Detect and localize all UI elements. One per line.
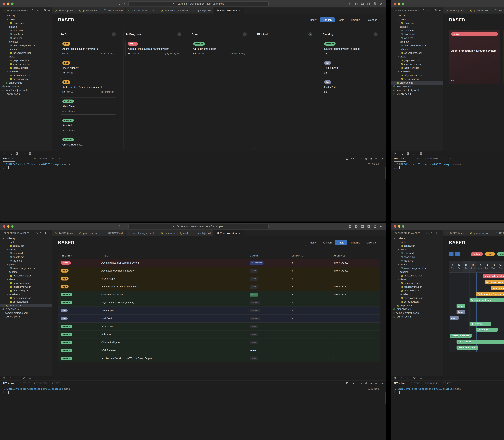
- table-row[interactable]: highImage supportTodo3h-: [58, 275, 380, 283]
- add-estimate-link[interactable]: Add estimate: [62, 129, 114, 132]
- tree-item-schema[interactable]: schema: [391, 47, 443, 51]
- tree-item-.meta[interactable]: .meta: [0, 17, 52, 21]
- tree-item-notes.md[interactable]: Mnotes.md: [0, 29, 52, 32]
- table-row[interactable]: mediumBob SmithTodo--: [58, 330, 380, 338]
- tree-item-people.md[interactable]: Mpeople.md: [391, 32, 443, 36]
- task-card[interactable]: lowUndo/Redo3h: [322, 78, 378, 95]
- terminal[interactable]: ~/TURTLE/Projects/Extensions/BASED/examp…: [0, 162, 386, 221]
- tab-pr-review.json[interactable]: { }pr-review.json: [467, 230, 492, 236]
- table-row[interactable]: mediumCharlie RodriguezTodo--: [58, 338, 380, 346]
- branch-icon[interactable]: [22, 152, 25, 155]
- tree-item-prompts[interactable]: prompts: [391, 262, 443, 266]
- panel-tab-ports[interactable]: PORTS: [443, 381, 451, 386]
- task-card[interactable]: criticalAgent orchestration & routing sy…: [449, 30, 500, 84]
- task-card[interactable]: highAgent tool execution framework6h: [503, 30, 504, 85]
- panel-bottom-icon[interactable]: [361, 2, 364, 5]
- tree-item-graph.view.json[interactable]: { }graph.view.json: [0, 58, 52, 62]
- edit-icon[interactable]: [407, 377, 409, 380]
- task-card[interactable]: criticalAgent orchestration & routing sy…: [125, 40, 182, 57]
- gantt-bar[interactable]: Un...: [450, 316, 459, 320]
- tree-item-task.schema.json[interactable]: { }task.schema.json: [391, 51, 443, 55]
- tree-item-workflows[interactable]: workflows: [0, 292, 52, 296]
- tree-item-tasks.md[interactable]: Mtasks.md: [391, 259, 443, 262]
- legend-chip-high[interactable]: high: [485, 252, 495, 256]
- task-card[interactable]: mediumBob SmithAdd estimate: [60, 117, 116, 134]
- task-card[interactable]: mediumLayer ordering system (z-index)3h: [322, 40, 378, 57]
- chev-down-icon[interactable]: [361, 382, 363, 385]
- tree-item-graph.jsonld[interactable]: { }graph.jsonld: [391, 81, 443, 85]
- tab-sample-project.jsonld[interactable]: { }sample-project.jsonld: [158, 7, 191, 14]
- panel-tab-problems[interactable]: PROBLEMS: [425, 381, 439, 386]
- gantt-bar[interactable]: Tex...: [457, 310, 465, 314]
- panel-tab-problems[interactable]: PROBLEMS: [34, 381, 48, 386]
- task-card[interactable]: mediumAlice ChenAdd estimate: [60, 97, 116, 114]
- task-card[interactable]: mediumCharlie RodriguezAdd estimate: [60, 136, 116, 149]
- tree-item-kanban.view.json[interactable]: { }kanban.view.json: [391, 62, 443, 66]
- tree-item-workflows[interactable]: workflows: [0, 70, 52, 73]
- tree-item-config.json[interactable]: { }config.json: [0, 244, 52, 248]
- view-button-priority[interactable]: Priority: [306, 240, 320, 245]
- dots-icon[interactable]: [374, 382, 377, 385]
- tab-pr-review.json[interactable]: { }pr-review.json: [76, 7, 101, 14]
- tree-item-TASKS.jsonld[interactable]: { }TASKS.jsonld: [0, 92, 52, 96]
- branch-icon[interactable]: [413, 152, 416, 155]
- zoom-button[interactable]: [11, 225, 14, 228]
- tree-item-graph.view.json[interactable]: { }graph.view.json: [391, 58, 443, 62]
- plus-icon[interactable]: [356, 382, 358, 385]
- search-icon[interactable]: [9, 152, 12, 155]
- close-button[interactable]: [394, 2, 396, 5]
- table-row[interactable]: mediumCore schema designDone5h[object Ob…: [58, 290, 380, 299]
- new-file-icon[interactable]: [31, 9, 34, 12]
- tree-item-entities[interactable]: entities: [0, 248, 52, 251]
- gantt-bar[interactable]: Architecture Dec...: [457, 345, 478, 350]
- tree-item-.code-hq[interactable]: .code-hq: [0, 14, 52, 17]
- layout-icon[interactable]: [348, 225, 352, 228]
- panel-tab-terminal[interactable]: TERMINAL: [394, 156, 406, 162]
- tree-item-schema[interactable]: schema: [391, 270, 443, 274]
- tree-item-daily-standup.json[interactable]: { }daily-standup.json: [0, 296, 52, 300]
- legend-chip-critical[interactable]: critical: [471, 252, 483, 256]
- tree-item-.code-hq[interactable]: .code-hq: [0, 236, 52, 240]
- panel-tab-ports[interactable]: PORTS: [52, 381, 60, 386]
- gantt-bar[interactable]: Bob Smith: [476, 328, 498, 332]
- tree-item-graph.view.json[interactable]: { }graph.view.json: [0, 281, 52, 285]
- tree-item-daily-standup.json[interactable]: { }daily-standup.json: [391, 296, 443, 300]
- gantt-bar[interactable]: Authentication & user management: [476, 292, 504, 296]
- tree-item-sample-project.jsonld[interactable]: { }sample-project.jsonld: [0, 88, 52, 92]
- account-icon[interactable]: [373, 2, 377, 5]
- view-button-timeline[interactable]: Timeline: [348, 17, 363, 22]
- search-icon[interactable]: [400, 377, 403, 380]
- tree-item-entities[interactable]: entities: [391, 25, 443, 29]
- tree-item-.code-hq[interactable]: .code-hq: [391, 14, 443, 17]
- collapse-icon[interactable]: [434, 9, 437, 12]
- panel-tab-output[interactable]: OUTPUT: [20, 156, 30, 162]
- branch-icon[interactable]: [413, 377, 416, 380]
- tree-item-tasks.md[interactable]: Mtasks.md: [0, 36, 52, 40]
- zoom-out-button[interactable]: −: [455, 252, 460, 256]
- tree-item-task-management.md[interactable]: Mtask-management.md: [0, 266, 52, 270]
- terminal[interactable]: ~/TURTLE/Projects/Extensions/BASED/examp…: [0, 386, 386, 440]
- tab-TASKS.jsonld[interactable]: { }TASKS.jsonld: [443, 7, 467, 14]
- grid-icon[interactable]: [420, 152, 422, 155]
- tab-graph.jsonld[interactable]: { }graph.jsonld: [191, 230, 214, 236]
- plus-icon[interactable]: [356, 157, 358, 160]
- split-icon[interactable]: [365, 382, 368, 385]
- collapse-icon[interactable]: [43, 232, 46, 234]
- view-button-calendar[interactable]: Calendar: [364, 17, 380, 22]
- tree-item-views[interactable]: views: [0, 277, 52, 281]
- files-icon[interactable]: [394, 152, 396, 155]
- tree-item-task.schema.json[interactable]: { }task.schema.json: [0, 274, 52, 277]
- dots-icon[interactable]: [47, 9, 50, 12]
- task-card[interactable]: lowText support2h: [322, 59, 378, 76]
- tree-item-people.md[interactable]: Mpeople.md: [0, 255, 52, 259]
- sidebar-right-icon[interactable]: [367, 225, 370, 228]
- tree-item-sample-project.jsonld[interactable]: { }sample-project.jsonld: [391, 311, 443, 315]
- tree-item-graph.jsonld[interactable]: { }graph.jsonld: [0, 81, 52, 85]
- tree-item-README.md[interactable]: ⓘREADME.md: [0, 307, 52, 311]
- tab-README.md[interactable]: ⓘREADME.md: [101, 7, 126, 14]
- tree-item-kanban.view.json[interactable]: { }kanban.view.json: [0, 285, 52, 289]
- tab-React Webview[interactable]: React Webview: [214, 7, 244, 14]
- command-center-search[interactable]: [Extension Development Host] examples: [128, 1, 269, 6]
- branch-icon[interactable]: [22, 377, 25, 380]
- tab-sample-project.jsonld[interactable]: { }sample-project.jsonld: [126, 7, 158, 14]
